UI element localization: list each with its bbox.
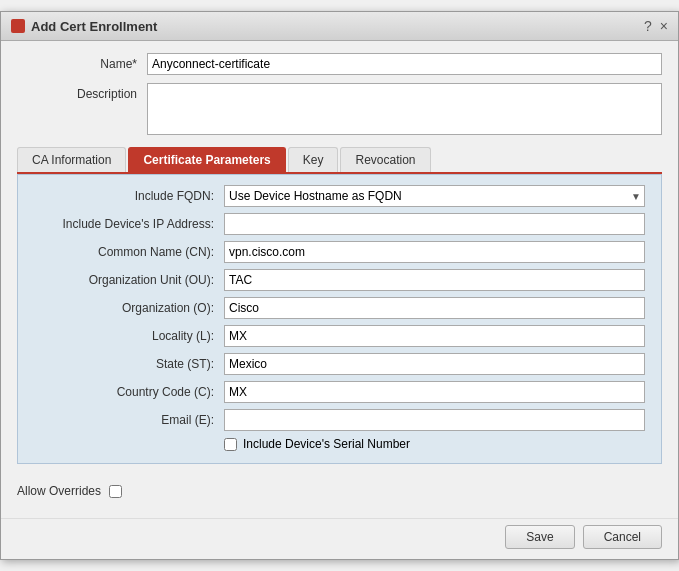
title-bar-left: Add Cert Enrollment [11, 19, 157, 34]
common-name-input[interactable] [224, 241, 645, 263]
description-row: Description [17, 83, 662, 135]
tab-revocation[interactable]: Revocation [340, 147, 430, 172]
state-row: State (ST): [34, 353, 645, 375]
locality-label: Locality (L): [34, 329, 224, 343]
include-ip-input[interactable] [224, 213, 645, 235]
include-fqdn-label: Include FQDN: [34, 189, 224, 203]
allow-overrides-label: Allow Overrides [17, 484, 101, 498]
title-bar-controls: ? × [644, 18, 668, 34]
allow-overrides-checkbox[interactable] [109, 485, 122, 498]
state-input[interactable] [224, 353, 645, 375]
name-input[interactable] [147, 53, 662, 75]
tab-content-certificate-parameters: Include FQDN: Use Device Hostname as FQD… [17, 174, 662, 464]
org-unit-label: Organization Unit (OU): [34, 273, 224, 287]
country-input[interactable] [224, 381, 645, 403]
org-unit-row: Organization Unit (OU): [34, 269, 645, 291]
dialog-title: Add Cert Enrollment [31, 19, 157, 34]
locality-row: Locality (L): [34, 325, 645, 347]
allow-overrides-row: Allow Overrides [17, 484, 662, 498]
org-label: Organization (O): [34, 301, 224, 315]
description-label: Description [17, 83, 147, 101]
serial-number-checkbox[interactable] [224, 438, 237, 451]
include-fqdn-select-wrap: Use Device Hostname as FQDN None Other ▼ [224, 185, 645, 207]
include-fqdn-row: Include FQDN: Use Device Hostname as FQD… [34, 185, 645, 207]
tabs: CA Information Certificate Parameters Ke… [17, 147, 662, 174]
title-bar: Add Cert Enrollment ? × [1, 12, 678, 41]
email-row: Email (E): [34, 409, 645, 431]
serial-number-label: Include Device's Serial Number [243, 437, 410, 451]
help-button[interactable]: ? [644, 18, 652, 34]
dialog-body: Name* Description CA Information Certifi… [1, 41, 678, 476]
email-label: Email (E): [34, 413, 224, 427]
save-button[interactable]: Save [505, 525, 574, 549]
include-fqdn-select[interactable]: Use Device Hostname as FQDN None Other [224, 185, 645, 207]
close-button[interactable]: × [660, 18, 668, 34]
name-label: Name* [17, 53, 147, 71]
state-label: State (ST): [34, 357, 224, 371]
bottom-section: Allow Overrides [1, 476, 678, 518]
email-input[interactable] [224, 409, 645, 431]
footer: Save Cancel [1, 518, 678, 559]
locality-input[interactable] [224, 325, 645, 347]
org-row: Organization (O): [34, 297, 645, 319]
country-row: Country Code (C): [34, 381, 645, 403]
tab-certificate-parameters[interactable]: Certificate Parameters [128, 147, 285, 172]
add-cert-enrollment-dialog: Add Cert Enrollment ? × Name* Descriptio… [0, 11, 679, 560]
name-row: Name* [17, 53, 662, 75]
common-name-label: Common Name (CN): [34, 245, 224, 259]
org-unit-input[interactable] [224, 269, 645, 291]
description-input[interactable] [147, 83, 662, 135]
tab-key[interactable]: Key [288, 147, 339, 172]
common-name-row: Common Name (CN): [34, 241, 645, 263]
tab-ca-information[interactable]: CA Information [17, 147, 126, 172]
cancel-button[interactable]: Cancel [583, 525, 662, 549]
dialog-icon [11, 19, 25, 33]
include-ip-label: Include Device's IP Address: [34, 217, 224, 231]
include-ip-row: Include Device's IP Address: [34, 213, 645, 235]
serial-number-row: Include Device's Serial Number [224, 437, 645, 451]
org-input[interactable] [224, 297, 645, 319]
country-label: Country Code (C): [34, 385, 224, 399]
